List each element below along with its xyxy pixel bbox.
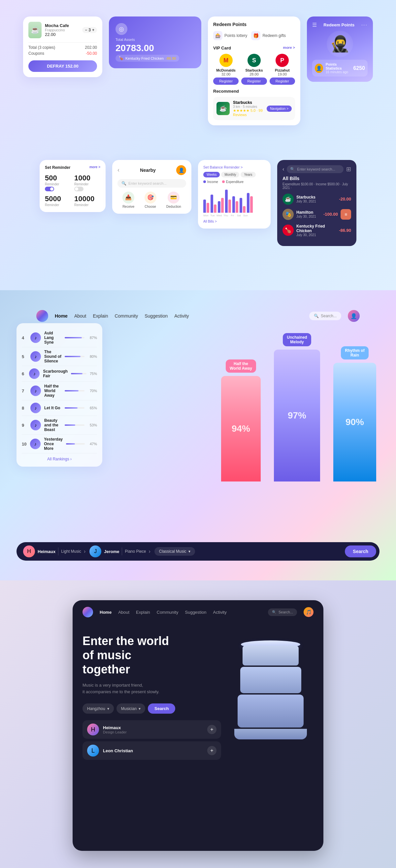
choose-icon: 🎯	[145, 192, 157, 204]
qty-value: 3	[88, 28, 91, 32]
bill-hamilton-info: Hamilton July 30, 2021	[296, 210, 321, 218]
rank-item-5: 5 ♪ The Sound of Silence 80%	[22, 347, 97, 366]
all-bills-link[interactable]: All Bills >	[203, 220, 265, 223]
action-choose[interactable]: 🎯 Choose	[145, 192, 157, 209]
dark-nav-community[interactable]: Community	[157, 610, 178, 615]
mcd-register-btn[interactable]: Register	[213, 78, 238, 85]
receipt-item: ☕ Mocha Cafe Frappuccino 22.00 − 3 +	[28, 22, 97, 38]
navigation-btn[interactable]: Navigation >	[266, 105, 292, 112]
cylinder-3d	[228, 634, 313, 739]
action-deduction[interactable]: 💳 Deduction	[166, 192, 181, 209]
rankings-card: 4 ♪ Auld Lang Syne 87% 5 ♪ The Sound of …	[17, 323, 102, 467]
search-button[interactable]: Search	[345, 546, 376, 557]
role-selector[interactable]: Musician ▾	[116, 704, 145, 714]
nav-suggestion[interactable]: Suggestion	[145, 313, 168, 318]
bills-back-icon[interactable]: ‹	[282, 166, 284, 172]
dark-search-row: Hangzhou ▾ Musician ▾ Search	[83, 704, 221, 714]
item-price: 22.00	[45, 32, 69, 37]
divider	[28, 42, 97, 42]
dark-hero-title: Enter the world of music together	[83, 634, 181, 677]
genre-selector[interactable]: Classical Music ▾	[154, 547, 195, 556]
tab-years[interactable]: Years	[241, 172, 255, 178]
dark-navbar: Home About Explain Community Suggestion …	[73, 600, 323, 624]
phut-points: 19.00	[270, 72, 295, 76]
toggle-1[interactable]	[45, 187, 54, 191]
add-leon-button[interactable]: +	[207, 746, 217, 755]
nav-community[interactable]: Community	[114, 313, 138, 318]
nearby-search[interactable]: 🔍 Enter keyword search...	[117, 179, 186, 188]
dark-left-content: Enter the world of music together Music …	[83, 634, 221, 763]
bar-3d-purple-container: UnchainedMelody 97%	[274, 333, 320, 482]
leon-avatar: L	[87, 745, 99, 756]
bill-item-starbucks: ☕ Starbucks July 30, 2021 -20.00	[282, 194, 351, 205]
vip-more-link[interactable]: more >	[283, 45, 295, 51]
vip-section-title: VIP Card more >	[213, 45, 295, 51]
income-dot	[203, 180, 206, 183]
dark-card: Home About Explain Community Suggestion …	[73, 600, 323, 851]
kfc-icon: 🍗	[119, 56, 123, 60]
music-navbar: Home About Explain Community Suggestion …	[20, 303, 376, 329]
rank-disc-6: ♪	[29, 368, 39, 379]
section-music-light: Home About Explain Community Suggestion …	[0, 290, 396, 581]
lottery-icon: 🎰	[213, 31, 222, 40]
sbux-register-btn[interactable]: Register	[241, 78, 266, 85]
receive-icon: 📥	[122, 192, 134, 204]
nav-activity[interactable]: Activity	[174, 313, 189, 318]
more-icon[interactable]: ···	[361, 22, 368, 28]
phut-register-btn[interactable]: Register	[270, 78, 295, 85]
reminder-item-4: 10000 Reminder	[74, 194, 100, 207]
bills-search[interactable]: 🔍 Enter keyword search...	[287, 165, 343, 173]
heimaux-avatar: H	[87, 723, 99, 736]
nav-about[interactable]: About	[74, 313, 86, 318]
rank-item-4: 4 ♪ Auld Lang Syne 87%	[22, 329, 97, 347]
dark-user-leon: L Leon Christian +	[83, 741, 221, 760]
deduct-icon: 💳	[168, 192, 179, 204]
dark-search-button[interactable]: Search	[148, 704, 175, 714]
search-placeholder: Enter keyword search...	[129, 181, 167, 185]
bill-starbucks-amount: -20.00	[339, 196, 351, 202]
total-row: Total (3 copies) 202.00	[28, 45, 97, 50]
coffee-icon: ☕	[28, 22, 41, 38]
dark-nav-explain[interactable]: Explain	[136, 610, 150, 615]
qty-stepper[interactable]: − 3 +	[82, 27, 97, 33]
dark-nav-about[interactable]: About	[118, 610, 130, 615]
dark-nav-activity[interactable]: Activity	[213, 610, 227, 615]
scan-icon[interactable]: ⊞	[346, 165, 351, 173]
chart-reminder[interactable]: Set Balance Reminder >	[203, 165, 243, 169]
redeem-lottery-option[interactable]: 🎰 Points lottery	[213, 31, 247, 40]
nav-search[interactable]: 🔍 Search...	[309, 312, 341, 320]
tab-weeks[interactable]: Weeks	[203, 172, 220, 178]
nav-home[interactable]: Home	[55, 313, 68, 318]
dark-nav-suggestion[interactable]: Suggestion	[185, 610, 206, 615]
cyl-base	[234, 729, 307, 739]
reminder-item-3: 5000 Reminder	[45, 194, 71, 207]
nav-explain[interactable]: Explain	[93, 313, 108, 318]
redeem-gifts-option[interactable]: 🎁 Redeem gifts	[251, 31, 286, 40]
nearby-back-icon[interactable]: ‹	[117, 166, 119, 174]
rank-disc-7: ♪	[30, 385, 41, 396]
sbux-name: Starbucks	[241, 68, 266, 72]
coupon-amount: -50.00	[86, 51, 97, 56]
all-rankings-link[interactable]: All Rankings ›	[22, 457, 97, 461]
recommend-img: ☕	[217, 102, 230, 115]
recommend-item: ☕ Starbucks 3 km · 5 minutes ★★★★★ 5.0 ·…	[213, 97, 295, 120]
bill-action-btn[interactable]: ≡	[341, 209, 351, 220]
action-receive[interactable]: 📥 Receive	[122, 192, 134, 209]
vip-card-sbux: S Starbucks 28.00 Register	[241, 54, 266, 85]
cyl-tier-1	[243, 646, 299, 665]
rank-disc-8: ♪	[30, 403, 41, 413]
dark-nav-home[interactable]: Home	[100, 610, 112, 615]
reminder-more-link[interactable]: more >	[89, 165, 100, 170]
add-user-button[interactable]: +	[207, 725, 217, 734]
menu-icon[interactable]: ☰	[312, 22, 317, 28]
location-selector[interactable]: Hangzhou ▾	[83, 704, 114, 714]
cyl-tier-3	[237, 694, 304, 727]
search-divider-2	[122, 548, 122, 555]
defray-button[interactable]: DEFRAY 152.00	[28, 60, 97, 72]
toggle-2[interactable]	[74, 187, 84, 191]
dark-search[interactable]: 🔍 Search...	[268, 609, 297, 616]
ninja-figure: 🥷	[327, 31, 353, 57]
bar-labels: MonTueWed ThuFriSatSun	[203, 214, 265, 217]
points-stat-row: 👤 Points Statistics 16 minutes ago 6250	[312, 60, 368, 76]
tab-monthly[interactable]: Monthly	[221, 172, 239, 178]
